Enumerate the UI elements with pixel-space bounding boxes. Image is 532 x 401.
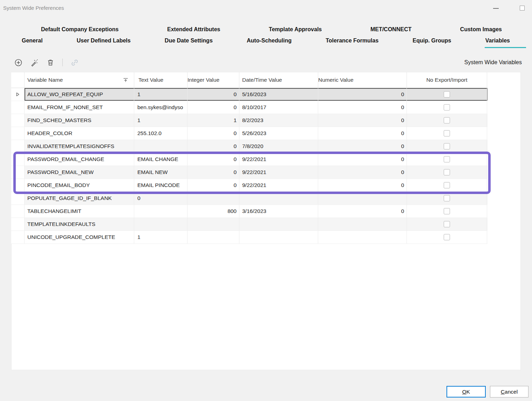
delete-variable-button[interactable] — [46, 58, 55, 67]
cell-date-time-value[interactable]: 9/22/2021 — [239, 153, 318, 166]
tab-met-connect[interactable]: MET/CONNECT — [370, 26, 411, 33]
cell-variable-name[interactable]: PASSWORD_EMAIL_CHANGE — [25, 153, 134, 166]
cell-text-value[interactable] — [134, 205, 187, 218]
cell-text-value[interactable]: EMAIL CHANGE — [134, 153, 187, 166]
minimize-button[interactable] — [493, 8, 499, 9]
tab-user-defined-labels[interactable]: User Defined Labels — [77, 38, 131, 48]
cell-date-time-value[interactable]: 5/26/2023 — [239, 127, 318, 140]
table-row[interactable]: INVALIDATETEMPLATESIGNOFFS07/8/20200 — [11, 140, 487, 153]
table-row[interactable]: PINCODE_EMAIL_BODYEMAIL PINCODE09/22/202… — [11, 179, 487, 192]
cell-numeric-value[interactable]: 0 — [318, 166, 407, 179]
cell-integer-value[interactable] — [187, 231, 239, 243]
tab-auto-scheduling[interactable]: Auto-Scheduling — [247, 38, 292, 48]
cell-text-value[interactable]: 1 — [134, 88, 187, 101]
no-export-import-checkbox[interactable] — [444, 169, 450, 175]
cell-integer-value[interactable]: 1 — [187, 114, 239, 127]
cell-numeric-value[interactable] — [318, 218, 407, 230]
tab-variables[interactable]: Variables — [485, 38, 510, 48]
no-export-import-checkbox[interactable] — [444, 195, 450, 201]
cell-text-value[interactable] — [134, 140, 187, 153]
table-row[interactable]: POPULATE_GAGE_ID_IF_BLANK0 — [11, 192, 487, 205]
no-export-import-checkbox[interactable] — [444, 104, 450, 111]
cell-text-value[interactable]: 0 — [134, 192, 187, 205]
no-export-import-checkbox[interactable] — [444, 182, 450, 188]
cell-integer-value[interactable]: 0 — [187, 88, 239, 101]
cell-text-value[interactable]: 255.102.0 — [134, 127, 187, 140]
table-row[interactable]: FIND_SCHED_MASTERS118/2/20230 — [11, 114, 487, 127]
cell-date-time-value[interactable]: 5/16/2023 — [239, 88, 318, 101]
cell-variable-name[interactable]: UNICODE_UPGRADE_COMPLETE — [25, 231, 134, 243]
table-row[interactable]: TABLECHANGELIMIT8003/16/20230 — [11, 205, 487, 218]
cell-text-value[interactable]: ben.sykes@indyso — [134, 101, 187, 114]
cell-variable-name[interactable]: PASSWORD_EMAIL_NEW — [25, 166, 134, 179]
cell-variable-name[interactable]: TABLECHANGELIMIT — [25, 205, 134, 218]
cell-numeric-value[interactable] — [318, 192, 407, 205]
cell-date-time-value[interactable] — [239, 218, 318, 230]
cell-numeric-value[interactable]: 0 — [318, 205, 407, 218]
tab-template-approvals[interactable]: Template Approvals — [269, 26, 322, 33]
column-header-integer-value[interactable]: Integer Value — [187, 72, 239, 88]
cell-date-time-value[interactable] — [239, 192, 318, 205]
import-export-button[interactable] — [70, 58, 79, 67]
tab-custom-images[interactable]: Custom Images — [460, 26, 502, 33]
cell-variable-name[interactable]: EMAIL_FROM_IF_NONE_SET — [25, 101, 134, 114]
cell-integer-value[interactable]: 0 — [187, 179, 239, 192]
cell-numeric-value[interactable]: 0 — [318, 140, 407, 153]
cell-date-time-value[interactable]: 8/10/2017 — [239, 101, 318, 114]
cancel-button[interactable]: Cancel — [490, 386, 528, 397]
column-header-date-time-value[interactable]: Date/Time Value — [239, 72, 318, 88]
table-row[interactable]: UNICODE_UPGRADE_COMPLETE1 — [11, 231, 487, 244]
cell-numeric-value[interactable]: 0 — [318, 88, 407, 101]
edit-variable-button[interactable] — [30, 58, 39, 67]
column-header-text-value[interactable]: Text Value — [134, 72, 187, 88]
table-row[interactable]: ALLOW_WO_REPEAT_EQUIP105/16/20230 — [11, 88, 487, 101]
cell-numeric-value[interactable]: 0 — [318, 179, 407, 192]
table-row[interactable]: PASSWORD_EMAIL_NEWEMAIL NEW09/22/20210 — [11, 166, 487, 179]
tab-extended-attributes[interactable]: Extended Attributes — [167, 26, 220, 33]
maximize-button[interactable] — [520, 6, 525, 11]
no-export-import-checkbox[interactable] — [444, 143, 450, 149]
tab-general[interactable]: General — [22, 38, 43, 48]
cell-numeric-value[interactable]: 0 — [318, 101, 407, 114]
cell-integer-value[interactable] — [187, 218, 239, 230]
table-row[interactable]: PASSWORD_EMAIL_CHANGEEMAIL CHANGE09/22/2… — [11, 153, 487, 166]
add-variable-button[interactable] — [14, 58, 22, 67]
cell-date-time-value[interactable] — [239, 231, 318, 243]
cell-integer-value[interactable]: 0 — [187, 166, 239, 179]
column-header-numeric-value[interactable]: Numeric Value — [318, 72, 407, 88]
table-row[interactable]: EMAIL_FROM_IF_NONE_SETben.sykes@indyso08… — [11, 101, 487, 114]
cell-text-value[interactable]: 1 — [134, 231, 187, 243]
cell-numeric-value[interactable]: 0 — [318, 114, 407, 127]
cell-variable-name[interactable]: POPULATE_GAGE_ID_IF_BLANK — [25, 192, 134, 205]
no-export-import-checkbox[interactable] — [444, 130, 450, 136]
cell-text-value[interactable] — [134, 218, 187, 230]
cell-variable-name[interactable]: TEMPLATELINKDEFAULTS — [25, 218, 134, 230]
cell-variable-name[interactable]: FIND_SCHED_MASTERS — [25, 114, 134, 127]
column-header-variable-name[interactable]: Variable Name — [25, 72, 134, 88]
cell-numeric-value[interactable]: 0 — [318, 127, 407, 140]
titlebar[interactable]: System Wide Preferences — [0, 0, 532, 17]
cell-text-value[interactable]: 1 — [134, 114, 187, 127]
no-export-import-checkbox[interactable] — [444, 234, 450, 240]
tab-due-date-settings[interactable]: Due Date Settings — [165, 38, 213, 48]
cell-date-time-value[interactable]: 9/22/2021 — [239, 179, 318, 192]
cell-variable-name[interactable]: PINCODE_EMAIL_BODY — [25, 179, 134, 192]
cell-integer-value[interactable]: 0 — [187, 140, 239, 153]
table-row[interactable]: HEADER_COLOR255.102.005/26/20230 — [11, 127, 487, 140]
cell-integer-value[interactable]: 0 — [187, 153, 239, 166]
cell-text-value[interactable]: EMAIL PINCODE — [134, 179, 187, 192]
tab-tolerance-formulas[interactable]: Tolerance Formulas — [326, 38, 378, 48]
cell-date-time-value[interactable]: 3/16/2023 — [239, 205, 318, 218]
cell-variable-name[interactable]: HEADER_COLOR — [25, 127, 134, 140]
column-header-no-export-import[interactable]: No Export/Import — [407, 72, 487, 88]
cell-text-value[interactable]: EMAIL NEW — [134, 166, 187, 179]
cell-date-time-value[interactable]: 8/2/2023 — [239, 114, 318, 127]
cell-integer-value[interactable]: 0 — [187, 101, 239, 114]
tab-default-company-exceptions[interactable]: Default Company Exceptions — [41, 26, 118, 33]
cell-integer-value[interactable] — [187, 192, 239, 205]
cell-date-time-value[interactable]: 9/22/2021 — [239, 166, 318, 179]
cell-numeric-value[interactable] — [318, 231, 407, 243]
tab-equip-groups[interactable]: Equip. Groups — [412, 38, 451, 48]
cell-variable-name[interactable]: ALLOW_WO_REPEAT_EQUIP — [25, 88, 134, 101]
no-export-import-checkbox[interactable] — [444, 221, 450, 227]
